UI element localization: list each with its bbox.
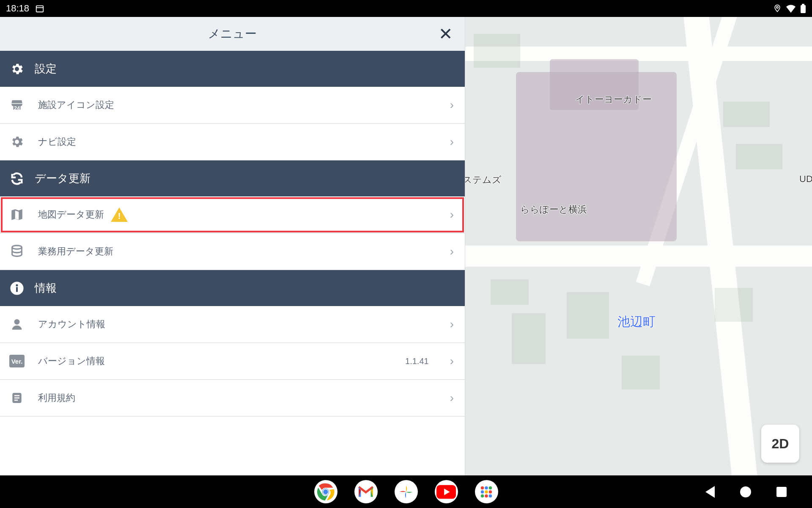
section-settings: 設定 bbox=[0, 51, 465, 87]
menu-item-navi-settings[interactable]: ナビ設定 › bbox=[0, 124, 465, 160]
menu-item-label: 業務用データ更新 bbox=[38, 245, 436, 258]
status-bar: 18:18 bbox=[0, 0, 812, 17]
app-drawer-icon[interactable] bbox=[475, 480, 498, 503]
map-2d-button[interactable]: 2D bbox=[761, 425, 799, 463]
gmail-icon[interactable] bbox=[354, 480, 378, 503]
version-icon: Ver. bbox=[9, 353, 25, 369]
map-icon bbox=[9, 207, 25, 222]
section-update-label: データ更新 bbox=[35, 171, 91, 186]
svg-point-2 bbox=[776, 6, 778, 8]
photos-icon[interactable] bbox=[395, 480, 418, 503]
system-navbar bbox=[0, 475, 812, 508]
store-icon: 24 bbox=[9, 97, 25, 113]
menu-item-label: バージョン情報 bbox=[38, 355, 392, 367]
status-time: 18:18 bbox=[6, 3, 29, 14]
chevron-right-icon: › bbox=[450, 318, 454, 331]
database-icon bbox=[9, 244, 25, 259]
svg-point-26 bbox=[481, 494, 484, 497]
menu-item-label: 地図データ更新 bbox=[38, 208, 104, 221]
svg-rect-4 bbox=[802, 4, 804, 5]
map-label-ud: UD bbox=[799, 174, 812, 185]
menu-item-terms[interactable]: 利用規約 › bbox=[0, 380, 465, 417]
svg-rect-14 bbox=[14, 400, 18, 401]
document-icon bbox=[9, 390, 25, 406]
section-data-update: データ更新 bbox=[0, 160, 465, 196]
refresh-icon bbox=[9, 171, 25, 186]
svg-text:24: 24 bbox=[14, 105, 20, 111]
wifi-icon bbox=[786, 4, 796, 13]
menu-item-label: 利用規約 bbox=[38, 392, 436, 404]
calendar-icon bbox=[35, 4, 44, 13]
svg-point-24 bbox=[485, 490, 488, 494]
svg-point-25 bbox=[489, 490, 492, 494]
menu-item-label: ナビ設定 bbox=[38, 135, 436, 148]
menu-item-biz-data-update[interactable]: 業務用データ更新 › bbox=[0, 233, 465, 270]
svg-point-27 bbox=[485, 494, 488, 497]
chevron-right-icon: › bbox=[450, 354, 454, 368]
section-info: 情報 bbox=[0, 270, 465, 306]
svg-rect-3 bbox=[801, 5, 806, 13]
svg-point-21 bbox=[485, 486, 488, 489]
map-label-ikebe: 池辺町 bbox=[617, 313, 656, 331]
nav-back-button[interactable] bbox=[705, 486, 715, 498]
svg-point-23 bbox=[481, 490, 484, 494]
svg-point-10 bbox=[14, 319, 20, 325]
svg-rect-8 bbox=[16, 287, 18, 292]
map-view[interactable]: イトーヨーカドー ららぽーと横浜 ステムズ UD 池辺町 2D bbox=[465, 17, 812, 475]
svg-rect-13 bbox=[14, 398, 19, 399]
person-icon bbox=[9, 317, 25, 332]
gear-icon bbox=[9, 134, 25, 149]
chevron-right-icon: › bbox=[450, 245, 454, 258]
location-icon bbox=[773, 4, 782, 13]
nav-home-button[interactable] bbox=[740, 486, 751, 497]
info-icon bbox=[9, 281, 25, 296]
warning-icon bbox=[111, 207, 128, 222]
svg-rect-0 bbox=[36, 6, 44, 12]
svg-point-20 bbox=[481, 486, 484, 489]
close-icon[interactable]: ✕ bbox=[439, 25, 453, 42]
svg-point-18 bbox=[323, 489, 328, 494]
menu-item-label: アカウント情報 bbox=[38, 318, 436, 331]
nav-recent-button[interactable] bbox=[776, 487, 787, 497]
app-body: メニュー ✕ 設定 24 施設アイコン設定 › bbox=[0, 17, 812, 475]
svg-point-6 bbox=[12, 246, 22, 249]
svg-point-28 bbox=[489, 494, 492, 497]
svg-rect-12 bbox=[14, 395, 19, 396]
version-value: 1.1.41 bbox=[405, 356, 429, 366]
menu-title: メニュー bbox=[208, 26, 257, 42]
chevron-right-icon: › bbox=[450, 208, 454, 221]
chevron-right-icon: › bbox=[450, 391, 454, 405]
map-label-itoyokado: イトーヨーカドー bbox=[575, 93, 652, 106]
battery-icon bbox=[800, 4, 806, 13]
menu-item-account[interactable]: アカウント情報 › bbox=[0, 306, 465, 343]
map-label-stems: ステムズ bbox=[465, 174, 502, 186]
menu-item-version[interactable]: Ver. バージョン情報 1.1.41 › bbox=[0, 343, 465, 380]
menu-header: メニュー ✕ bbox=[0, 17, 465, 51]
chevron-right-icon: › bbox=[450, 135, 454, 149]
chevron-right-icon: › bbox=[450, 98, 454, 112]
map-label-lalaport: ららぽーと横浜 bbox=[520, 203, 587, 216]
menu-panel: メニュー ✕ 設定 24 施設アイコン設定 › bbox=[0, 17, 465, 475]
menu-item-label: 施設アイコン設定 bbox=[38, 99, 436, 111]
youtube-icon[interactable] bbox=[435, 480, 458, 503]
section-info-label: 情報 bbox=[35, 281, 57, 295]
svg-point-9 bbox=[16, 284, 18, 286]
gear-icon bbox=[9, 61, 25, 77]
chrome-icon[interactable] bbox=[314, 480, 337, 503]
menu-item-facility-icons[interactable]: 24 施設アイコン設定 › bbox=[0, 87, 465, 124]
menu-item-map-data-update[interactable]: 地図データ更新 › bbox=[0, 196, 465, 233]
section-settings-label: 設定 bbox=[35, 61, 57, 76]
svg-point-22 bbox=[489, 486, 492, 489]
